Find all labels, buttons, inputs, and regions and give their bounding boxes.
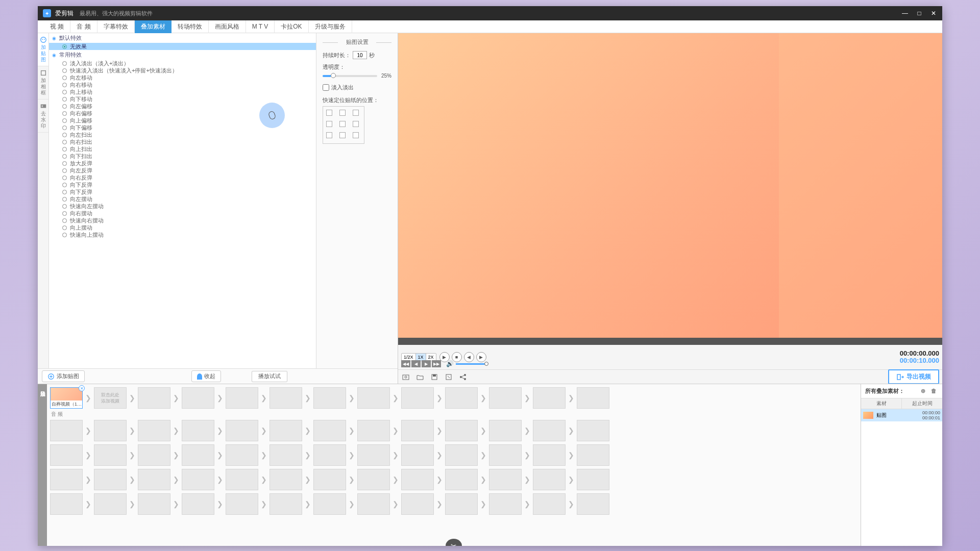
clip-slot[interactable]: [226, 493, 258, 515]
effect-item[interactable]: 向左摆动: [49, 195, 316, 203]
clip-slot[interactable]: [313, 469, 346, 490]
seek-back[interactable]: ◀: [411, 360, 421, 367]
effect-item[interactable]: 向下反弹: [49, 188, 316, 195]
share-button[interactable]: [458, 372, 468, 382]
collapse-button[interactable]: 收起: [191, 370, 221, 382]
clip-slot[interactable]: [445, 469, 478, 490]
clip-slot[interactable]: [138, 444, 170, 466]
effect-item[interactable]: 向左移动: [49, 74, 316, 81]
clip-slot[interactable]: [313, 493, 346, 515]
seek-fwd-fast[interactable]: ▶▶: [432, 360, 441, 367]
pos-ml[interactable]: [326, 121, 332, 127]
sidebar-remove-watermark[interactable]: 去水印: [38, 99, 48, 133]
pos-mc[interactable]: [339, 121, 346, 127]
clip-slot[interactable]: [138, 387, 170, 409]
materials-delete-button[interactable]: 🗑: [931, 388, 938, 395]
clip-slot[interactable]: [182, 420, 214, 441]
effect-item[interactable]: 快速向左摆动: [49, 203, 316, 210]
clip-slot[interactable]: [445, 493, 478, 515]
clip-slot[interactable]: [577, 469, 609, 490]
pos-br[interactable]: [353, 132, 359, 138]
tab-mtv[interactable]: M T V: [246, 20, 275, 33]
tab-subtitle[interactable]: 字幕特效: [97, 20, 135, 33]
effect-item[interactable]: 快速淡入淡出（快速淡入+停留+快速淡出）: [49, 67, 316, 74]
tab-upgrade[interactable]: 升级与服务: [309, 20, 352, 33]
clip-slot[interactable]: [533, 444, 566, 466]
scissors-icon[interactable]: ✂: [446, 539, 462, 546]
slider-thumb[interactable]: [331, 73, 336, 78]
clip-slot[interactable]: [533, 420, 566, 441]
pos-tc[interactable]: [339, 110, 346, 116]
clip-slot[interactable]: [445, 387, 478, 409]
clip-slot[interactable]: [94, 444, 127, 466]
volume-thumb[interactable]: [484, 362, 488, 366]
clip-slot[interactable]: [270, 387, 302, 409]
timeline-strip[interactable]: [398, 338, 942, 345]
tab-style[interactable]: 画面风格: [209, 20, 246, 33]
preview-area[interactable]: [398, 33, 942, 338]
tab-audio[interactable]: 音 频: [70, 20, 97, 33]
clip-slot[interactable]: [357, 387, 390, 409]
clip-slot[interactable]: [313, 387, 346, 409]
effect-item[interactable]: 向上偏移: [49, 117, 316, 124]
clip-slot[interactable]: [489, 469, 522, 490]
tree-group-default[interactable]: ◉ 默认特效: [49, 33, 316, 43]
pos-bc[interactable]: [339, 132, 346, 138]
clip-slot[interactable]: [489, 444, 522, 466]
clip-slot[interactable]: [182, 387, 214, 409]
sidebar-add-sticker[interactable]: 加贴图: [38, 33, 48, 66]
clip-slot[interactable]: [313, 444, 346, 466]
clip-slot[interactable]: [401, 444, 434, 466]
effect-item[interactable]: 快速向右摆动: [49, 217, 316, 224]
clip-slot[interactable]: [226, 420, 258, 441]
sidebar-add-frame[interactable]: 加相框: [38, 66, 48, 99]
clip-slot[interactable]: ✕自葬视频（1…: [50, 387, 83, 409]
clip-slot[interactable]: [357, 444, 390, 466]
clip-slot[interactable]: [401, 420, 434, 441]
clip-slot[interactable]: [226, 444, 258, 466]
clip-slot[interactable]: [577, 387, 609, 409]
clip-slot[interactable]: [489, 420, 522, 441]
effect-item[interactable]: 向下反弹: [49, 181, 316, 188]
clip-remove-button[interactable]: ✕: [79, 385, 85, 391]
maximize-button[interactable]: □: [916, 10, 923, 17]
effect-item[interactable]: 放大反弹: [49, 160, 316, 167]
clip-slot[interactable]: [577, 444, 609, 466]
effect-item[interactable]: 向上摆动: [49, 224, 316, 231]
clip-slot[interactable]: [50, 469, 83, 490]
speed-half[interactable]: 1/2X: [402, 354, 416, 361]
clip-slot[interactable]: [94, 420, 127, 441]
tab-overlay[interactable]: 叠加素材: [135, 20, 172, 33]
effect-item[interactable]: 向左扫出: [49, 131, 316, 138]
effect-item[interactable]: 向上移动: [49, 88, 316, 95]
opacity-slider[interactable]: [323, 75, 377, 77]
clip-slot[interactable]: [489, 493, 522, 515]
clip-slot[interactable]: [182, 469, 214, 490]
clip-slot[interactable]: [50, 420, 83, 441]
clip-slot[interactable]: [182, 444, 214, 466]
effect-item[interactable]: 快速向上摆动: [49, 231, 316, 238]
effect-none[interactable]: 无效果: [49, 43, 316, 50]
effect-item[interactable]: 向下扫出: [49, 153, 316, 160]
effect-item[interactable]: 向下移动: [49, 95, 316, 103]
clip-slot[interactable]: [445, 444, 478, 466]
effect-item[interactable]: 淡入淡出（淡入+淡出）: [49, 60, 316, 67]
speed-1x[interactable]: 1X: [416, 354, 426, 361]
seek-back-fast[interactable]: ◀◀: [401, 360, 410, 367]
tab-video[interactable]: 视 频: [44, 20, 70, 33]
clip-slot[interactable]: [357, 493, 390, 515]
pos-bl[interactable]: [326, 132, 332, 138]
clip-slot[interactable]: [577, 420, 609, 441]
effect-item[interactable]: 向左反弹: [49, 167, 316, 174]
effect-item[interactable]: 向右偏移: [49, 110, 316, 117]
edit-button[interactable]: [444, 372, 453, 382]
snapshot-button[interactable]: [401, 372, 410, 382]
clip-slot[interactable]: [138, 420, 170, 441]
clip-slot[interactable]: [357, 420, 390, 441]
add-sticker-button[interactable]: 添加贴图: [42, 370, 85, 382]
effect-item[interactable]: 向上扫出: [49, 145, 316, 153]
volume-icon[interactable]: 🔊: [446, 360, 454, 367]
minimize-button[interactable]: —: [901, 10, 909, 17]
clip-slot[interactable]: [577, 493, 609, 515]
clip-slot[interactable]: [533, 493, 566, 515]
